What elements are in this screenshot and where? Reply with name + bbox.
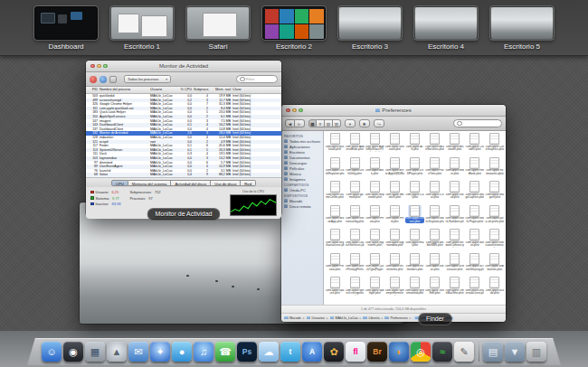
space-thumbnail[interactable] (338, 6, 402, 40)
sidebar-item-disco-remoto[interactable]: Disco remoto (281, 203, 323, 209)
file-item[interactable]: com.apple.MobileSMS.plist (425, 229, 445, 253)
file-item[interactable]: com.apple.QuickTimePlayerX.plist (365, 253, 384, 278)
activity-monitor-window[interactable]: Monitor de Actividad Todos los procesos … (86, 61, 281, 216)
file-item[interactable]: com.apple.recentitems.plist (384, 253, 404, 278)
am-column-header[interactable]: Mem. real (209, 87, 232, 93)
file-item[interactable]: com.apple.AppleMultitouchTrackpad.plist (365, 133, 384, 157)
dock-mail-icon[interactable]: ✉ (128, 342, 148, 362)
file-item[interactable]: com.apple.iPhoto.plist (365, 205, 384, 230)
process-scope-popup[interactable]: Todos los procesos ▾ (124, 75, 171, 83)
dock-downloads-stack-icon[interactable]: ▼ (505, 342, 525, 362)
file-item[interactable]: com.apple.internetconfig.plist (345, 205, 365, 230)
file-item[interactable]: com.apple.notificationcenterui.plist (485, 229, 505, 253)
file-item[interactable]: com.apple.LaunchServices.plist (345, 229, 365, 253)
arrange-button[interactable]: ▾ (345, 119, 356, 127)
file-item[interactable]: com.apple.ImageCapture.plist (465, 181, 485, 205)
file-item[interactable]: com.apple.BezelServices.plist (425, 133, 445, 157)
forward-button[interactable]: ▶ (295, 119, 305, 127)
file-item[interactable]: com.apple.helpviewer.plist (365, 181, 384, 205)
space-thumbnail[interactable] (186, 6, 250, 40)
am-column-header[interactable]: Nombre del proceso (99, 87, 149, 93)
file-item[interactable]: com.apple.spaces.plist (325, 277, 345, 301)
file-item[interactable]: com.apple.iWork.Numbers.plist (445, 205, 465, 230)
dock-icloud-icon[interactable]: ☁ (259, 342, 279, 362)
file-item[interactable]: com.apple.gamed.plist (345, 181, 365, 205)
file-item[interactable]: com.apple.universalaccess.plist (465, 277, 485, 301)
dock-twitter-icon[interactable]: t (280, 342, 300, 362)
dock-photo-booth-icon[interactable]: ◉ (63, 342, 83, 362)
dock-photoshop-icon[interactable]: Ps (237, 342, 257, 362)
file-item[interactable]: com.apple.finder.plist (445, 157, 465, 182)
path-item[interactable]: Usuarios (307, 316, 325, 320)
file-item[interactable]: com.apple.iBooksX.plist (384, 181, 404, 205)
file-item[interactable]: com.apple.speech.recognition.plist (345, 277, 365, 301)
file-item[interactable]: com.apple.assistant.plist (384, 133, 404, 157)
view-button[interactable]: ▦ (308, 119, 317, 127)
am-column-header[interactable]: Clase (232, 87, 281, 93)
am-tab-cpu[interactable]: CPU (111, 180, 128, 186)
view-button[interactable]: ▥ (333, 119, 341, 127)
dock-firefox-icon[interactable]: ◗ (389, 342, 409, 362)
file-item[interactable]: com.apple.print.PrintingPrefs.plist (345, 253, 365, 278)
file-item[interactable]: com.apple.sidebarlists.plist (485, 253, 505, 278)
am-column-header[interactable]: Subproce... (193, 87, 209, 93)
dock-facetime-icon[interactable]: ☎ (215, 342, 235, 362)
file-item[interactable]: com.apple.CoreGraphics.plist (485, 133, 505, 157)
am-column-header[interactable]: Usuario (149, 87, 179, 93)
path-item[interactable]: Macode (284, 316, 301, 320)
dock-messages-icon[interactable]: ● (172, 342, 192, 362)
space-escritorio-2[interactable]: Escritorio 2 (262, 6, 326, 51)
am-tab-red[interactable]: Red (241, 180, 256, 186)
dock-itunes-icon[interactable]: ♫ (194, 342, 213, 362)
file-item[interactable]: com.apple.Spotlight.plist (365, 277, 384, 301)
dock-launchpad-icon[interactable]: ▲ (107, 342, 127, 362)
file-item[interactable]: com.apple.Bluetooth.plist (445, 133, 465, 157)
dock-trash-icon[interactable]: ▥ (526, 342, 546, 362)
file-item[interactable]: com.apple.networkConnect.plist (445, 229, 465, 253)
file-item[interactable]: com.apple.screensaver.plist (445, 253, 465, 278)
file-item[interactable]: com.apple.DiskUtility.plist (345, 157, 365, 182)
space-thumbnail[interactable] (262, 6, 326, 40)
path-item[interactable]: Librería (363, 316, 379, 320)
dock-bridge-icon[interactable]: Br (367, 342, 387, 362)
file-item[interactable]: com.apple.Reminders.plist (404, 253, 424, 278)
file-item[interactable]: com.apple.loginwindow.plist (384, 229, 404, 253)
finder-titlebar[interactable]: Preferences (281, 105, 506, 117)
file-item[interactable]: com.apple.driver.AppleHIDMouse.plist (384, 157, 404, 182)
file-item[interactable]: com.apple.iMovieApp.plist (325, 205, 345, 230)
path-item[interactable]: Preferences (384, 316, 407, 320)
dock-mission-control-icon[interactable]: ▦ (85, 342, 105, 362)
dock-app-store-icon[interactable]: A (302, 342, 322, 362)
file-item[interactable]: com.apple.frameworks.diskimages.plist (485, 157, 505, 182)
file-item[interactable]: com.apple.imagent.plist (485, 181, 505, 205)
space-thumbnail[interactable] (34, 6, 98, 40)
file-item[interactable]: com.apple.Preview.plist (325, 253, 345, 278)
dock-documents-stack-icon[interactable]: ▤ (483, 342, 503, 362)
file-item[interactable]: com.apple.iCal.plist (404, 181, 424, 205)
action-button[interactable]: ✱ (359, 119, 370, 127)
file-item[interactable]: com.apple.mail.plist (404, 229, 424, 253)
file-item[interactable]: com.apple.DVDPlayer.plist (404, 157, 424, 182)
space-escritorio-4[interactable]: Escritorio 4 (414, 6, 478, 51)
file-item[interactable]: com.apple.loginitems.plist (365, 229, 384, 253)
file-item[interactable]: com.apple.TextEdit.plist (425, 277, 445, 301)
file-item[interactable]: com.apple.iWork.Keynote.plist (425, 205, 445, 230)
file-item[interactable]: com.apple.systempreferences.plist (384, 277, 404, 301)
am-tab-uso-de-disco[interactable]: Uso de disco (211, 180, 241, 186)
dock-stickies-icon[interactable]: ✎ (454, 342, 474, 362)
minimize-button[interactable] (292, 108, 297, 113)
space-thumbnail[interactable] (490, 6, 554, 40)
space-escritorio-3[interactable]: Escritorio 3 (338, 6, 402, 51)
am-tab-memoria-del-sistema[interactable]: Memoria del sistema (128, 180, 172, 186)
file-item[interactable]: com.apple.iPod.plist (384, 205, 404, 230)
window-label-activity-monitor[interactable]: Monitor de Actividad (147, 208, 220, 221)
sample-process-icon[interactable] (109, 76, 117, 83)
dock-safari-icon[interactable]: ✦ (150, 342, 170, 362)
space-thumbnail[interactable] (110, 6, 174, 40)
file-item[interactable]: com.apple.Notes.plist (465, 229, 485, 253)
window-label-finder[interactable]: Finder (418, 313, 452, 325)
file-item[interactable]: com.apple.java.util.prefs.plist (485, 205, 505, 230)
view-button[interactable]: ≡ (317, 119, 325, 127)
file-item[interactable]: com.apple.CrashReporter.plist (325, 157, 345, 182)
dock-activity-monitor-icon[interactable]: ≈ (432, 342, 452, 362)
